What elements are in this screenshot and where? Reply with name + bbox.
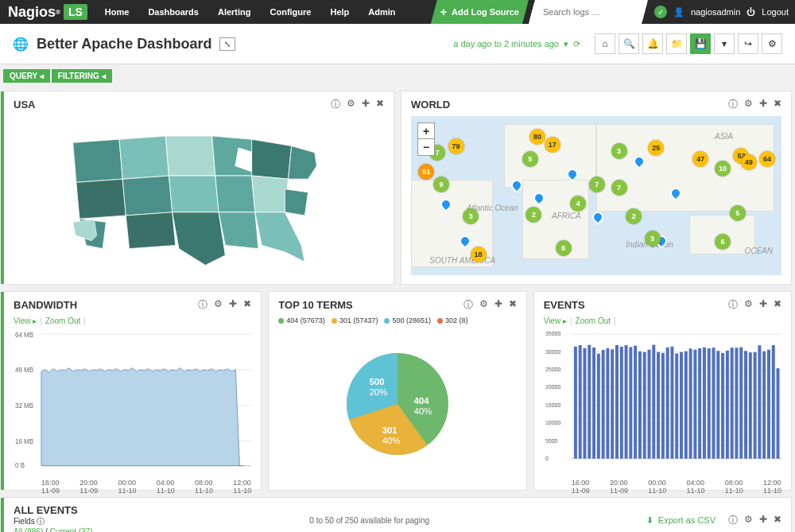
add-log-source-button[interactable]: Add Log Source (431, 0, 529, 24)
resize-handle[interactable] (1, 91, 4, 284)
gear-icon[interactable]: ⚙ (744, 514, 753, 527)
alerts-button[interactable]: 🔔 (642, 33, 663, 54)
close-icon[interactable]: ✖ (376, 98, 384, 111)
svg-rect-45 (665, 348, 669, 459)
bandwidth-chart[interactable]: 64 MB 48 MB 32 MB 16 MB 0 B 16:0011-0920… (14, 325, 251, 476)
gear-icon[interactable]: ⚙ (347, 98, 355, 111)
plus-icon[interactable]: ✚ (362, 98, 370, 111)
time-range[interactable]: a day ago to 2 minutes ago ▾ ⟳ (453, 39, 580, 49)
fields-label[interactable]: Fields ⓘ (14, 517, 45, 526)
usa-map[interactable] (14, 116, 384, 278)
map-cluster-marker[interactable]: 2 (626, 208, 642, 224)
map-cluster-marker[interactable]: 6 (715, 234, 731, 250)
pie-chart[interactable]: 404 40% 301 40% 500 20% (334, 340, 461, 468)
legend-item[interactable]: 500 (28651) (384, 316, 431, 324)
map-pin[interactable] (590, 209, 606, 225)
map-cluster-marker[interactable]: 17 (545, 137, 560, 153)
zoomout-link[interactable]: Zoom Out (576, 316, 611, 325)
username[interactable]: nagiosadmin (691, 7, 740, 17)
view-link[interactable]: View ▸ (544, 316, 567, 325)
gear-icon[interactable]: ⚙ (214, 298, 223, 312)
events-chart[interactable]: 35000300002500020000150001000050000 16:0… (544, 325, 781, 476)
legend-item[interactable]: 404 (57673) (278, 316, 325, 324)
query-tab[interactable]: QUERY ◂ (3, 69, 50, 83)
export-csv-link[interactable]: Export as CSV (658, 515, 716, 525)
folder-button[interactable]: 📁 (666, 33, 687, 54)
close-icon[interactable]: ✖ (774, 98, 781, 111)
resize-handle[interactable] (1, 292, 4, 490)
zoom-in-button[interactable]: + (418, 123, 434, 139)
all-count[interactable]: All (886) (14, 527, 43, 532)
search-input[interactable] (529, 3, 648, 21)
map-cluster-marker[interactable]: 49 (741, 154, 757, 170)
zoomout-link[interactable]: Zoom Out (45, 316, 80, 325)
info-icon[interactable]: ⓘ (198, 298, 207, 312)
world-map[interactable]: + − AFRICA ASIA Atlantic Ocean Indian Oc… (411, 116, 781, 275)
view-link[interactable]: View ▸ (14, 316, 37, 325)
plus-icon[interactable]: ✚ (229, 298, 237, 312)
map-cluster-marker[interactable]: 3 (645, 231, 661, 247)
refresh-icon[interactable]: ⟳ (573, 39, 580, 49)
title-bar: 🌐 Better Apache Dashboard ⤡ a day ago to… (0, 24, 795, 64)
current-count[interactable]: Current (37) (50, 527, 93, 532)
info-icon[interactable]: ⓘ (331, 98, 340, 111)
info-icon[interactable]: ⓘ (463, 298, 473, 312)
settings-button[interactable]: ⚙ (762, 33, 782, 54)
legend-item[interactable]: 301 (57437) (332, 316, 378, 324)
nav-configure[interactable]: Configure (261, 0, 321, 24)
legend-item[interactable]: 302 (8) (437, 316, 468, 324)
search-button[interactable]: 🔍 (619, 33, 639, 54)
x-tick: 00:0011-10 (648, 479, 666, 495)
nav-alerting[interactable]: Alerting (208, 0, 261, 24)
map-cluster-marker[interactable]: 5 (730, 205, 746, 221)
dropdown-button[interactable]: ▾ (714, 33, 735, 54)
zoom-out-button[interactable]: − (418, 139, 434, 155)
expand-icon[interactable]: ⤡ (219, 37, 235, 51)
close-icon[interactable]: ✖ (509, 298, 517, 312)
map-cluster-marker[interactable]: 51 (418, 164, 434, 180)
share-button[interactable]: ↪ (738, 33, 758, 54)
close-icon[interactable]: ✖ (774, 298, 781, 312)
map-cluster-marker[interactable]: 9 (433, 177, 449, 192)
x-tick: 12:0011-10 (763, 479, 781, 495)
map-cluster-marker[interactable]: 18 (471, 247, 487, 262)
plus-icon[interactable]: ✚ (759, 298, 767, 312)
plus-icon[interactable]: ✚ (759, 514, 767, 527)
logo[interactable]: Nagios® LS (0, 0, 95, 24)
map-cluster-marker[interactable]: 7 (589, 177, 605, 192)
x-tick: 08:0011-10 (725, 479, 743, 495)
close-icon[interactable]: ✖ (243, 298, 251, 312)
map-cluster-marker[interactable]: 80 (529, 129, 545, 145)
info-icon[interactable]: ⓘ (728, 98, 738, 111)
close-icon[interactable]: ✖ (774, 514, 781, 527)
panel-title: ALL EVENTS (14, 504, 93, 516)
nav-admin[interactable]: Admin (359, 0, 405, 24)
plus-icon[interactable]: ✚ (494, 298, 502, 312)
svg-rect-43 (657, 352, 660, 459)
info-icon[interactable]: ⓘ (728, 514, 738, 527)
svg-rect-52 (698, 348, 701, 459)
nav-help[interactable]: Help (320, 0, 359, 24)
map-cluster-marker[interactable]: 5 (522, 151, 538, 167)
home-button[interactable]: ⌂ (595, 33, 615, 54)
x-tick: 16:0011-09 (572, 479, 590, 495)
gear-icon[interactable]: ⚙ (479, 298, 488, 312)
map-cluster-marker[interactable]: 6 (556, 240, 572, 256)
save-button[interactable]: 💾 (690, 33, 711, 54)
nav-home[interactable]: Home (95, 0, 139, 24)
plus-icon[interactable]: ✚ (759, 98, 767, 111)
svg-rect-67 (767, 350, 770, 459)
map-cluster-marker[interactable]: 64 (759, 151, 775, 167)
gear-icon[interactable]: ⚙ (744, 98, 753, 111)
info-icon[interactable]: ⓘ (728, 298, 738, 312)
map-cluster-marker[interactable]: 3 (611, 143, 627, 159)
map-cluster-marker[interactable]: 79 (448, 138, 464, 154)
nav-dashboards[interactable]: Dashboards (138, 0, 208, 24)
gear-icon[interactable]: ⚙ (744, 298, 753, 312)
filtering-tab[interactable]: FILTERING ◂ (52, 69, 112, 83)
map-cluster-marker[interactable]: 10 (715, 161, 731, 177)
page-title: Better Apache Dashboard (37, 36, 211, 52)
map-cluster-marker[interactable]: 7 (611, 180, 627, 196)
logout-link[interactable]: Logout (762, 7, 789, 17)
resize-handle[interactable] (1, 498, 4, 532)
